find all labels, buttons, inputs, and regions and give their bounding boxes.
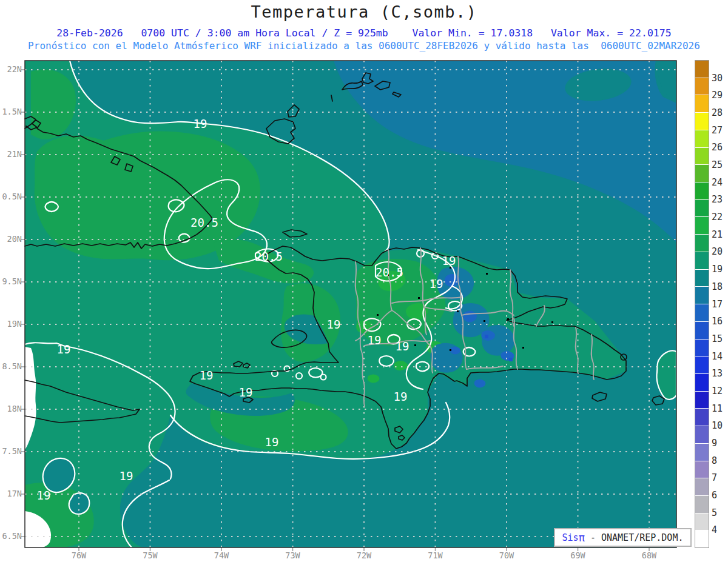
lon-tick-label: 73W (279, 550, 307, 560)
lon-tick-label: 68W (635, 550, 663, 560)
colorbar-tick-label: 13 (712, 368, 723, 379)
colorbar-segment (695, 496, 709, 513)
colorbar-tick-label: 22 (712, 212, 723, 222)
contour-label: 20.5 (190, 216, 218, 229)
contour-label: 19 (194, 117, 207, 130)
colorbar-segment (695, 513, 709, 531)
lat-tick-label: 18N (0, 404, 22, 413)
colorbar-segment (695, 95, 709, 113)
colorbar-segment (695, 217, 709, 235)
colorbar-tick-label: 5 (712, 507, 717, 518)
colorbar-tick-label: 30 (712, 73, 723, 84)
attribution-sis: Sis (562, 532, 579, 543)
colorbar-tick-label: 28 (712, 107, 723, 118)
colorbar-segment (695, 461, 709, 479)
lon-tick-label: 76W (65, 550, 93, 560)
contour-label: 19 (368, 333, 382, 347)
colorbar-tick-label: 15 (712, 333, 723, 344)
colorbar-segment (695, 235, 709, 252)
weather-map-page: Temperatura (C,somb.) 28-Feb-2026 0700 U… (0, 0, 728, 562)
colorbar-segment (695, 374, 709, 392)
lat-tick-label: 21N (0, 149, 22, 159)
lat-tick-label: 20N (0, 234, 22, 244)
colorbar-tick-label: 10 (712, 420, 723, 431)
colorbar-segment (695, 200, 709, 218)
colorbar-tick-label: 4 (712, 524, 717, 535)
colorbar-tick-label: 24 (712, 177, 723, 188)
colorbar-segment (695, 148, 709, 166)
colorbar-tick-label: 29 (712, 90, 723, 101)
colorbar-segment (695, 270, 709, 287)
colorbar-segment (695, 409, 709, 426)
lon-tick-label: 74W (207, 550, 235, 560)
lat-tick-label: 8.5N (0, 361, 22, 371)
fill-blue-15-16-s1 (485, 335, 488, 338)
lon-tick-label: 72W (350, 550, 378, 560)
colorbar-tick-label: 27 (712, 125, 723, 136)
attribution-onamet: - ONAMET/REP.DOM. (585, 532, 684, 543)
lon-tick-label: 71W (422, 550, 450, 560)
lat-tick-label: 19N (0, 319, 22, 329)
colorbar-tick-label: 12 (712, 386, 723, 396)
colorbar-tick-label: 6 (712, 490, 717, 501)
contour-label: 19 (37, 489, 51, 502)
contour-label: 19 (57, 343, 71, 356)
colorbar-segment (695, 392, 709, 409)
colorbar-segment (695, 304, 709, 322)
colorbar-tick-label: 21 (712, 229, 723, 240)
colorbar-segment (695, 182, 709, 200)
colorbar-segment (695, 478, 709, 496)
attribution-box: Sis π - ONAMET/REP.DOM. (554, 528, 692, 547)
subtitle-validtime: 28-Feb-2026 0700 UTC / 3:00 am Hora Loca… (0, 27, 728, 39)
fill-blue-15-16-s2 (509, 358, 513, 361)
colorbar-tick-label: 7 (712, 472, 717, 483)
colorbar (695, 61, 709, 547)
map-svg: 1920.520.520.5191919191919191919191919 (25, 61, 676, 547)
lat-tick-label: 6.5N (0, 531, 22, 541)
contour-label: 19 (327, 318, 341, 331)
lat-tick-label: 0.5N (0, 192, 22, 201)
colorbar-segment (695, 426, 709, 444)
colorbar-segment (695, 130, 709, 148)
contour-label: 19 (120, 469, 133, 483)
lat-tick-label: 1.5N (0, 107, 22, 116)
colorbar-tick-label: 11 (712, 403, 723, 414)
colorbar-tick-label: 25 (712, 159, 723, 170)
colorbar-segment (695, 113, 709, 130)
colorbar-tick-label: 8 (712, 455, 717, 466)
colorbar-tick-label: 18 (712, 281, 723, 292)
subtitle-model-info: Pronóstico con el Modelo Atmósferico WRF… (0, 40, 728, 52)
colorbar-tick-label: 26 (712, 142, 723, 153)
colorbar-segment (695, 340, 709, 357)
lon-tick-label: 69W (564, 550, 592, 560)
contour-label: 19 (396, 340, 410, 353)
lat-tick-label: 9.5N (0, 276, 22, 286)
colorbar-segment (695, 61, 709, 78)
colorbar-tick-label: 23 (712, 194, 723, 205)
contour-label: 20.5 (376, 266, 403, 279)
colorbar-segment (695, 530, 709, 547)
colorbar-segment (695, 78, 709, 96)
colorbar-segment (695, 356, 709, 374)
contour-label: 19 (265, 435, 279, 449)
lon-tick-label: 75W (136, 550, 164, 560)
page-title: Temperatura (C,somb.) (0, 2, 728, 21)
colorbar-segment (695, 165, 709, 182)
colorbar-segment (695, 252, 709, 270)
lat-tick-label: 7.5N (0, 446, 22, 456)
contour-label: 20.5 (255, 250, 283, 263)
contour-label: 19 (239, 386, 253, 399)
attribution-pi-icon: π (579, 532, 585, 544)
colorbar-tick-label: 20 (712, 246, 723, 257)
colorbar-tick-label: 14 (712, 351, 723, 362)
colorbar-tick-label: 19 (712, 264, 723, 275)
contour-label: 19 (200, 369, 214, 382)
colorbar-tick-label: 9 (712, 438, 717, 449)
contour-label: 19 (394, 390, 408, 403)
colorbar-tick-label: 16 (712, 316, 723, 327)
lat-tick-label: 17N (0, 489, 22, 498)
contour-label: 19 (430, 277, 443, 290)
lat-tick-label: 22N (0, 64, 22, 74)
lon-tick-label: 70W (493, 550, 521, 560)
colorbar-segment (695, 322, 709, 340)
